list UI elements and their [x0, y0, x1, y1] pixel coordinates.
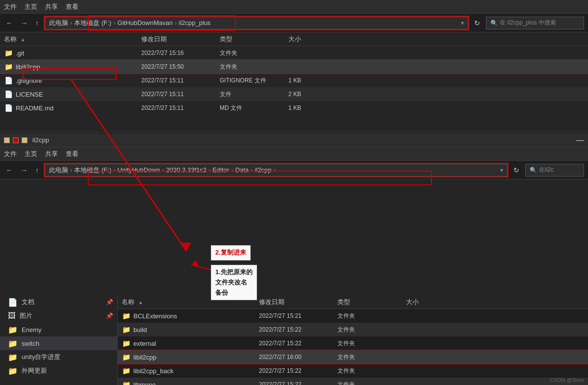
- documents-icon: 📄: [8, 298, 18, 307]
- b-sep-3: ›: [208, 166, 210, 174]
- bottom-search-placeholder: 在il2c: [539, 166, 554, 174]
- up-button[interactable]: ↑: [33, 18, 41, 28]
- top-file-explorer-window: 文件 主页 共享 查看 ← → ↑ 此电脑 › 本地磁盘 (F:) › GitH…: [0, 0, 588, 132]
- top-file-row[interactable]: 📁 .git 2022/7/27 15:16 文件夹: [0, 46, 588, 60]
- b-sep-2: ›: [162, 166, 164, 174]
- b-col-date-header[interactable]: 修改日期: [259, 298, 337, 307]
- back-button[interactable]: ←: [4, 18, 15, 28]
- unity-icon: 📁: [8, 353, 18, 362]
- b-sep-6: ›: [273, 166, 275, 174]
- window-folder-icon-small: [4, 137, 10, 143]
- b-breadcrumb-dropdown[interactable]: ▾: [500, 167, 503, 174]
- b-file-name-text: external: [133, 340, 156, 347]
- file-name-text: .gitignore: [16, 77, 42, 84]
- b-file-name-text: build: [133, 326, 147, 334]
- b-sort-icon: ▲: [138, 300, 143, 305]
- bottom-search-bar[interactable]: 🔍 在il2c: [525, 164, 584, 177]
- top-file-row[interactable]: 📄 LICENSE 2022/7/27 15:11 文件 2 KB: [0, 87, 588, 101]
- top-file-row[interactable]: 📄 README.md 2022/7/27 15:11 MD 文件 1 KB: [0, 101, 588, 115]
- bottom-menu-file[interactable]: 文件: [4, 150, 17, 158]
- col-date-header[interactable]: 修改日期: [141, 35, 220, 44]
- external-icon: 📁: [8, 366, 18, 376]
- b-sep-0: ›: [70, 166, 72, 174]
- b-file-date-cell: 2022/7/27 16:00: [259, 354, 337, 360]
- bottom-file-row[interactable]: 📁 external 2022/7/27 15:22 文件夹: [118, 336, 588, 350]
- file-type-cell: 文件: [220, 90, 288, 99]
- b-breadcrumb-5: Data: [235, 166, 249, 174]
- bottom-file-row[interactable]: 📁 libil2cpp 2022/7/27 16:00 文件夹: [118, 350, 588, 364]
- b-file-name-text: libmono: [133, 381, 156, 385]
- b-file-name-text: libil2cpp: [133, 354, 156, 361]
- bottom-back-button[interactable]: ←: [4, 165, 15, 175]
- bottom-forward-button[interactable]: →: [19, 165, 29, 175]
- sidebar-item-enemy[interactable]: 📁 Enemy: [0, 323, 117, 336]
- b-sep-1: ›: [113, 166, 115, 174]
- breadcrumb-part-2: GitHubDownMavan: [118, 19, 173, 26]
- pin-icon-0: 📌: [106, 299, 113, 306]
- top-breadcrumb[interactable]: 此电脑 › 本地磁盘 (F:) › GitHubDownMavan › il2c…: [45, 17, 468, 29]
- b-file-name-cell: 📁 external: [122, 339, 259, 348]
- col-size-header[interactable]: 大小: [288, 35, 328, 44]
- breadcrumb-part-0: 此电脑: [49, 19, 68, 27]
- sidebar-item-unity[interactable]: 📁 unity自学进度: [0, 350, 117, 364]
- bottom-breadcrumb[interactable]: 此电脑 › 本地磁盘 (F:) › UnityHubDown › 2020.3.…: [45, 164, 508, 177]
- file-date-cell: 2022/7/27 15:11: [141, 91, 220, 98]
- window-folder-icon-2: [22, 137, 27, 143]
- top-menu-view[interactable]: 查看: [66, 2, 78, 11]
- refresh-button[interactable]: ↻: [472, 18, 482, 28]
- sidebar-item-documents[interactable]: 📄 文档 📌: [0, 295, 117, 309]
- bottom-window-title: il2cpp: [32, 136, 49, 144]
- pin-icon-1: 📌: [106, 312, 113, 319]
- b-folder-icon: 📁: [122, 339, 130, 348]
- folder-icon: 📁: [4, 62, 13, 71]
- bottom-file-explorer-window: il2cpp — 文件 主页 共享 查看 ← → ↑ 此电脑 › 本地磁盘 (F…: [0, 133, 588, 385]
- b-col-type-header[interactable]: 类型: [337, 298, 406, 307]
- bottom-up-button[interactable]: ↑: [33, 165, 41, 175]
- top-file-row[interactable]: 📁 libili2cpp 2022/7/27 15:50 文件夹: [0, 60, 588, 74]
- top-menu-file[interactable]: 文件: [4, 2, 17, 11]
- bottom-file-row[interactable]: 📁 libil2cpp_back 2022/7/27 15:22 文件夹: [118, 364, 588, 378]
- file-name-text: libili2cpp: [16, 63, 40, 71]
- sidebar-item-onedrive[interactable]: ☁ OneDrive: [0, 382, 117, 385]
- file-name-text: .git: [16, 50, 24, 57]
- bottom-refresh-button[interactable]: ↻: [511, 165, 521, 175]
- file-date-cell: 2022/7/27 15:16: [141, 50, 220, 56]
- bottom-menu-home[interactable]: 主页: [25, 150, 37, 158]
- bottom-menu-share[interactable]: 共享: [45, 150, 58, 158]
- b-file-name-cell: 📁 libmono: [122, 380, 259, 385]
- sidebar-item-pictures[interactable]: 🖼 图片 📌: [0, 309, 117, 323]
- bottom-file-row[interactable]: 📁 BCLExtensions 2022/7/27 15:21 文件夹: [118, 309, 588, 323]
- bottom-menu-view[interactable]: 查看: [66, 150, 78, 158]
- file-date-cell: 2022/7/27 15:11: [141, 77, 220, 84]
- search-icon: 🔍: [490, 20, 498, 26]
- file-name-cell: 📄 README.md: [4, 103, 141, 112]
- top-menu-home[interactable]: 主页: [25, 2, 37, 11]
- bottom-content-area: 名称 ▲ 修改日期 类型 大小 📁 BCLExtensions 2022/7/2…: [118, 295, 588, 385]
- file-size-cell: 1 KB: [288, 104, 328, 111]
- file-name-cell: 📄 LICENSE: [4, 90, 141, 99]
- col-type-header[interactable]: 类型: [220, 35, 288, 44]
- b-col-size-header[interactable]: 大小: [406, 298, 445, 307]
- sidebar-item-external[interactable]: 📁 外网更新: [0, 364, 117, 378]
- minimize-button[interactable]: —: [576, 136, 584, 145]
- top-search-bar[interactable]: 🔍 在 il2cpp_plus 中搜索: [486, 17, 584, 29]
- bottom-titlebar: il2cpp —: [0, 133, 588, 147]
- file-icon: 📄: [4, 76, 13, 85]
- sidebar-unity-label: unity自学进度: [22, 353, 60, 361]
- forward-button[interactable]: →: [19, 18, 29, 28]
- b-file-name-cell: 📁 build: [122, 325, 259, 334]
- bottom-file-row[interactable]: 📁 libmono 2022/7/27 15:22 文件夹: [118, 378, 588, 385]
- file-name-text: LICENSE: [16, 91, 43, 98]
- top-addressbar: ← → ↑ 此电脑 › 本地磁盘 (F:) › GitHubDownMavan …: [0, 14, 588, 32]
- top-menu-share[interactable]: 共享: [45, 2, 58, 11]
- file-name-text: README.md: [16, 104, 53, 112]
- top-file-row[interactable]: 📄 .gitignore 2022/7/27 15:11 GITIGNORE 文…: [0, 74, 588, 87]
- sidebar-item-switch[interactable]: 📁 switch: [0, 336, 117, 350]
- bottom-file-row[interactable]: 📁 build 2022/7/27 15:22 文件夹: [118, 323, 588, 336]
- b-breadcrumb-4: Editor: [212, 166, 229, 174]
- b-breadcrumb-2: UnityHubDown: [118, 166, 160, 174]
- breadcrumb-dropdown[interactable]: ▾: [461, 20, 464, 26]
- file-icon: 📄: [4, 103, 13, 112]
- csdn-watermark: CSDN @Term: [550, 377, 584, 383]
- col-name-header[interactable]: 名称 ▲: [4, 35, 141, 44]
